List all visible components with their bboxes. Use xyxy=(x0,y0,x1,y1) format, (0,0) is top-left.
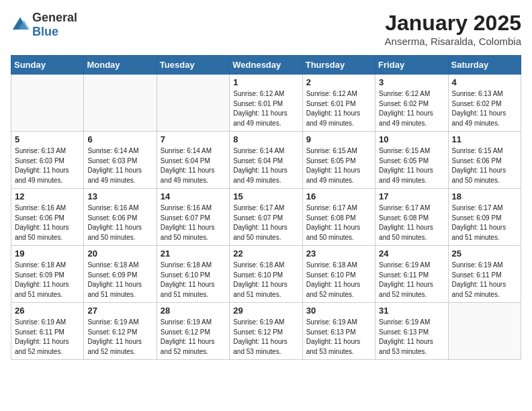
day-number: 11 xyxy=(452,134,517,144)
title-block: January 2025 Anserma, Risaralda, Colombi… xyxy=(385,11,521,47)
calendar-cell xyxy=(11,75,84,132)
day-number: 28 xyxy=(161,306,226,316)
day-info: Sunrise: 6:19 AM Sunset: 6:11 PM Dayligh… xyxy=(452,261,517,300)
calendar-cell: 2Sunrise: 6:12 AM Sunset: 6:01 PM Daylig… xyxy=(302,75,375,132)
day-info: Sunrise: 6:18 AM Sunset: 6:10 PM Dayligh… xyxy=(233,261,298,300)
logo-text-blue: Blue xyxy=(32,25,58,38)
day-info: Sunrise: 6:14 AM Sunset: 6:04 PM Dayligh… xyxy=(161,146,226,185)
calendar-cell: 1Sunrise: 6:12 AM Sunset: 6:01 PM Daylig… xyxy=(230,75,302,132)
day-info: Sunrise: 6:18 AM Sunset: 6:10 PM Dayligh… xyxy=(306,261,371,300)
day-info: Sunrise: 6:15 AM Sunset: 6:05 PM Dayligh… xyxy=(306,146,371,185)
day-info: Sunrise: 6:13 AM Sunset: 6:02 PM Dayligh… xyxy=(452,89,517,128)
weekday-header-wednesday: Wednesday xyxy=(230,56,302,75)
day-info: Sunrise: 6:14 AM Sunset: 6:04 PM Dayligh… xyxy=(233,146,298,185)
day-info: Sunrise: 6:19 AM Sunset: 6:11 PM Dayligh… xyxy=(379,261,444,300)
calendar-cell: 28Sunrise: 6:19 AM Sunset: 6:12 PM Dayli… xyxy=(157,303,229,360)
day-info: Sunrise: 6:16 AM Sunset: 6:06 PM Dayligh… xyxy=(87,203,152,242)
calendar-cell: 29Sunrise: 6:19 AM Sunset: 6:12 PM Dayli… xyxy=(230,303,302,360)
calendar-cell: 3Sunrise: 6:12 AM Sunset: 6:02 PM Daylig… xyxy=(375,75,448,132)
calendar-cell: 4Sunrise: 6:13 AM Sunset: 6:02 PM Daylig… xyxy=(448,75,521,132)
calendar-cell xyxy=(448,303,521,360)
calendar-cell: 9Sunrise: 6:15 AM Sunset: 6:05 PM Daylig… xyxy=(302,132,375,189)
weekday-header-row: SundayMondayTuesdayWednesdayThursdayFrid… xyxy=(11,56,521,75)
calendar-cell: 27Sunrise: 6:19 AM Sunset: 6:12 PM Dayli… xyxy=(84,303,157,360)
day-info: Sunrise: 6:17 AM Sunset: 6:07 PM Dayligh… xyxy=(233,203,298,242)
calendar-cell: 18Sunrise: 6:17 AM Sunset: 6:09 PM Dayli… xyxy=(448,189,521,246)
calendar-cell: 13Sunrise: 6:16 AM Sunset: 6:06 PM Dayli… xyxy=(84,189,157,246)
day-number: 7 xyxy=(161,134,226,144)
calendar-cell: 24Sunrise: 6:19 AM Sunset: 6:11 PM Dayli… xyxy=(375,246,448,303)
logo-text-general: General xyxy=(32,11,77,24)
calendar-cell: 26Sunrise: 6:19 AM Sunset: 6:11 PM Dayli… xyxy=(11,303,84,360)
calendar-body: 1Sunrise: 6:12 AM Sunset: 6:01 PM Daylig… xyxy=(11,75,521,360)
day-info: Sunrise: 6:17 AM Sunset: 6:08 PM Dayligh… xyxy=(306,203,371,242)
calendar-table: SundayMondayTuesdayWednesdayThursdayFrid… xyxy=(11,55,521,360)
day-info: Sunrise: 6:17 AM Sunset: 6:09 PM Dayligh… xyxy=(452,203,517,242)
calendar-cell: 20Sunrise: 6:18 AM Sunset: 6:09 PM Dayli… xyxy=(84,246,157,303)
weekday-header-thursday: Thursday xyxy=(302,56,375,75)
weekday-header-sunday: Sunday xyxy=(11,56,84,75)
calendar-cell: 5Sunrise: 6:13 AM Sunset: 6:03 PM Daylig… xyxy=(11,132,84,189)
logo-icon xyxy=(11,15,30,34)
calendar-cell: 11Sunrise: 6:15 AM Sunset: 6:06 PM Dayli… xyxy=(448,132,521,189)
day-number: 15 xyxy=(233,191,298,201)
calendar-cell: 22Sunrise: 6:18 AM Sunset: 6:10 PM Dayli… xyxy=(230,246,302,303)
day-info: Sunrise: 6:12 AM Sunset: 6:01 PM Dayligh… xyxy=(233,89,298,128)
day-number: 4 xyxy=(452,77,517,87)
calendar-cell: 15Sunrise: 6:17 AM Sunset: 6:07 PM Dayli… xyxy=(230,189,302,246)
day-number: 19 xyxy=(15,248,80,259)
day-info: Sunrise: 6:19 AM Sunset: 6:12 PM Dayligh… xyxy=(161,318,226,357)
calendar-cell: 17Sunrise: 6:17 AM Sunset: 6:08 PM Dayli… xyxy=(375,189,448,246)
logo: General Blue xyxy=(11,11,77,39)
calendar-title: January 2025 xyxy=(385,11,521,36)
day-number: 12 xyxy=(15,191,80,201)
calendar-cell: 12Sunrise: 6:16 AM Sunset: 6:06 PM Dayli… xyxy=(11,189,84,246)
day-number: 24 xyxy=(379,248,444,259)
day-info: Sunrise: 6:18 AM Sunset: 6:09 PM Dayligh… xyxy=(87,261,152,300)
day-info: Sunrise: 6:16 AM Sunset: 6:07 PM Dayligh… xyxy=(161,203,226,242)
weekday-header-monday: Monday xyxy=(84,56,157,75)
calendar-cell: 30Sunrise: 6:19 AM Sunset: 6:13 PM Dayli… xyxy=(302,303,375,360)
calendar-cell: 25Sunrise: 6:19 AM Sunset: 6:11 PM Dayli… xyxy=(448,246,521,303)
calendar-header: SundayMondayTuesdayWednesdayThursdayFrid… xyxy=(11,56,521,75)
day-number: 30 xyxy=(306,306,371,316)
day-number: 20 xyxy=(87,248,152,259)
day-info: Sunrise: 6:14 AM Sunset: 6:03 PM Dayligh… xyxy=(87,146,152,185)
day-number: 3 xyxy=(379,77,444,87)
day-number: 27 xyxy=(87,306,152,316)
page-header: General Blue January 2025 Anserma, Risar… xyxy=(11,11,521,47)
day-info: Sunrise: 6:12 AM Sunset: 6:02 PM Dayligh… xyxy=(379,89,444,128)
calendar-cell: 23Sunrise: 6:18 AM Sunset: 6:10 PM Dayli… xyxy=(302,246,375,303)
day-info: Sunrise: 6:19 AM Sunset: 6:12 PM Dayligh… xyxy=(233,318,298,357)
day-number: 31 xyxy=(379,306,444,316)
day-number: 26 xyxy=(15,306,80,316)
day-number: 21 xyxy=(161,248,226,259)
calendar-cell xyxy=(84,75,157,132)
day-number: 13 xyxy=(87,191,152,201)
day-info: Sunrise: 6:19 AM Sunset: 6:13 PM Dayligh… xyxy=(306,318,371,357)
calendar-week-1: 1Sunrise: 6:12 AM Sunset: 6:01 PM Daylig… xyxy=(11,75,521,132)
day-number: 29 xyxy=(233,306,298,316)
calendar-cell: 8Sunrise: 6:14 AM Sunset: 6:04 PM Daylig… xyxy=(230,132,302,189)
day-info: Sunrise: 6:13 AM Sunset: 6:03 PM Dayligh… xyxy=(15,146,80,185)
day-number: 16 xyxy=(306,191,371,201)
day-info: Sunrise: 6:17 AM Sunset: 6:08 PM Dayligh… xyxy=(379,203,444,242)
day-number: 14 xyxy=(161,191,226,201)
calendar-cell: 31Sunrise: 6:19 AM Sunset: 6:13 PM Dayli… xyxy=(375,303,448,360)
day-number: 17 xyxy=(379,191,444,201)
day-info: Sunrise: 6:16 AM Sunset: 6:06 PM Dayligh… xyxy=(15,203,80,242)
day-info: Sunrise: 6:15 AM Sunset: 6:05 PM Dayligh… xyxy=(379,146,444,185)
day-info: Sunrise: 6:15 AM Sunset: 6:06 PM Dayligh… xyxy=(452,146,517,185)
day-number: 8 xyxy=(233,134,298,144)
day-number: 18 xyxy=(452,191,517,201)
calendar-location: Anserma, Risaralda, Colombia xyxy=(385,36,521,47)
weekday-header-saturday: Saturday xyxy=(448,56,521,75)
day-info: Sunrise: 6:19 AM Sunset: 6:13 PM Dayligh… xyxy=(379,318,444,357)
day-number: 10 xyxy=(379,134,444,144)
day-number: 22 xyxy=(233,248,298,259)
calendar-cell: 21Sunrise: 6:18 AM Sunset: 6:10 PM Dayli… xyxy=(157,246,229,303)
day-info: Sunrise: 6:18 AM Sunset: 6:09 PM Dayligh… xyxy=(15,261,80,300)
calendar-cell: 16Sunrise: 6:17 AM Sunset: 6:08 PM Dayli… xyxy=(302,189,375,246)
day-number: 25 xyxy=(452,248,517,259)
day-info: Sunrise: 6:19 AM Sunset: 6:11 PM Dayligh… xyxy=(15,318,80,357)
